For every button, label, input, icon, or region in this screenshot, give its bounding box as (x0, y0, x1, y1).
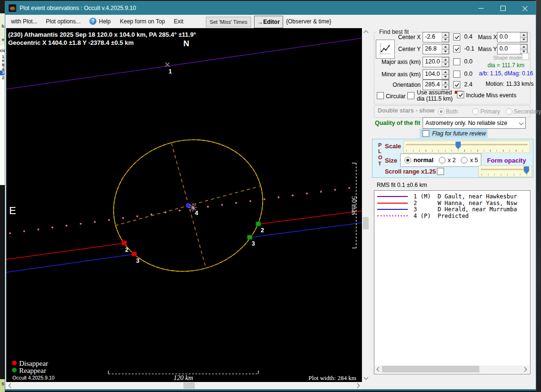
plot-horizontal-scrollbar[interactable] (6, 382, 362, 389)
spin-up[interactable] (520, 44, 527, 49)
menu-keep-on-top[interactable]: Keep form on Top (120, 18, 165, 25)
include-miss-events-checkbox[interactable] (457, 91, 464, 98)
center-y-label: Center Y (378, 46, 421, 52)
observer-list[interactable]: 1 (M) D Gault, near Hawkesbur 2 W Hanna,… (374, 190, 530, 374)
scroll-right-button[interactable] (354, 382, 362, 389)
motion-value: Motion: 11.33 km/s (486, 81, 534, 87)
combo-dropdown-button[interactable] (517, 121, 525, 125)
spin-down[interactable] (442, 62, 449, 67)
center-x-checkbox[interactable] (453, 33, 460, 41)
opacity-slider-thumb[interactable] (524, 166, 529, 174)
quality-combobox[interactable]: Astrometry only. No reliable size (423, 117, 526, 129)
title-bar[interactable]: Plot event observations : Occult v.4.202… (5, 1, 536, 15)
bg-strip-text: S (0, 382, 4, 386)
radio-secondary[interactable] (506, 108, 512, 115)
menu-exit[interactable]: Exit (174, 18, 183, 25)
radio-secondary-label: Secondary (514, 108, 541, 115)
minor-axis-spinner[interactable]: 104.0 (423, 69, 449, 80)
chord-2-disappear-marker[interactable] (122, 241, 127, 245)
orientation-label: Orientation (378, 82, 421, 88)
flag-review-checkbox[interactable] (423, 130, 429, 137)
use-assumed-dia-label: Use assumed (417, 89, 452, 96)
center-y-spinner[interactable]: 26.8 (423, 44, 449, 54)
list-item[interactable]: 3 D Herald, near Murrumba (374, 206, 530, 213)
major-axis-checkbox[interactable] (453, 58, 460, 65)
menu-plot-options[interactable]: Plot options... (46, 18, 81, 25)
spin-up[interactable] (442, 70, 449, 74)
spin-down[interactable] (442, 49, 449, 54)
menu-help[interactable]: Help (99, 18, 111, 25)
plot-width-label: Plot width: 284 km (308, 374, 356, 382)
mass-x-spinner[interactable]: 0.0 (497, 32, 528, 42)
occult-app-icon (9, 4, 16, 12)
plot-title-line1: (230) Athamantis 2025 Sep 18 120.0 x 104… (8, 31, 196, 38)
spin-down[interactable] (520, 37, 527, 42)
spin-up[interactable] (520, 32, 527, 37)
control-panel: Find best fit Center X -2.6 0.4 Center Y (370, 28, 536, 389)
hscroll-thumb[interactable] (183, 382, 195, 389)
ellipse-center-marker[interactable] (186, 204, 191, 208)
scroll-range-checkbox[interactable] (437, 168, 444, 175)
occultation-plot-canvas[interactable]: 1 2 2 (6, 28, 362, 382)
chevron-left-icon (9, 383, 13, 388)
center-y-checkbox[interactable] (453, 45, 460, 52)
menu-with-plot[interactable]: with Plot... (11, 18, 37, 25)
spin-up[interactable] (442, 80, 449, 85)
list-item[interactable]: 2 W Hanna, near Yass, Nsw (374, 200, 530, 206)
occult-plot-window: Plot event observations : Occult v.4.202… (5, 1, 536, 391)
scroll-up-button[interactable] (362, 28, 369, 36)
orientation-spinner[interactable]: 285.4 (423, 80, 449, 90)
observer-time-label[interactable]: {Observer & time} (286, 18, 331, 25)
close-button[interactable] (514, 1, 536, 15)
scroll-down-button[interactable] (362, 374, 369, 382)
form-opacity-slider[interactable] (478, 165, 532, 177)
minor-axis-checkbox[interactable] (453, 71, 460, 78)
set-miss-times-button[interactable]: Set 'Miss' Times (206, 17, 251, 27)
vscroll-thumb[interactable] (363, 217, 369, 229)
radio-primary[interactable] (472, 108, 479, 115)
chord-3-reappear-marker[interactable] (247, 235, 252, 239)
radio-both-label: Both (446, 108, 458, 115)
size-normal-radio[interactable] (404, 157, 411, 164)
scroll-left-button[interactable] (6, 382, 14, 389)
editor-button[interactable]: →Editor (254, 16, 283, 28)
size-x2-label: x 2 (448, 157, 456, 164)
chord-3-color-sample (377, 209, 408, 210)
center-x-label: Center X (378, 34, 421, 41)
radio-both[interactable] (438, 108, 445, 115)
size-x2-radio[interactable] (439, 157, 446, 164)
maximize-button[interactable] (492, 1, 514, 15)
size-x5-radio[interactable] (461, 157, 467, 164)
diameter-value: dia = 111.7 km (488, 62, 524, 69)
circular-checkbox[interactable] (377, 92, 384, 99)
spin-up[interactable] (442, 57, 449, 62)
plot-title-line2: Geocentric X 1404.0 ±1.8 Y -2378.4 ±0.5 … (8, 39, 134, 46)
spin-up[interactable] (442, 32, 449, 37)
orientation-checkbox[interactable] (453, 81, 460, 88)
scale-slider[interactable] (403, 141, 530, 153)
km-scale-label: 120 km (174, 374, 193, 382)
scale-slider-thumb[interactable] (456, 142, 461, 149)
minimize-button[interactable] (470, 1, 492, 15)
spin-up[interactable] (442, 44, 449, 49)
major-axis-spinner[interactable]: 120.0 (423, 57, 449, 67)
scroll-right-button[interactable] (521, 365, 529, 373)
scroll-left-button[interactable] (374, 365, 382, 373)
list-item[interactable]: 1 (M) D Gault, near Hawkesbur (374, 194, 530, 200)
chord-3-disappear-marker[interactable] (132, 252, 137, 256)
center-x-spinner[interactable]: -2.6 (423, 32, 449, 42)
chevron-right-icon (355, 383, 360, 388)
chord-2-reappear-marker[interactable] (256, 222, 261, 226)
spin-down[interactable] (442, 37, 449, 42)
list-horizontal-scrollbar[interactable] (374, 365, 529, 373)
plot-vertical-scrollbar[interactable] (362, 28, 369, 382)
shape-model-checkbox[interactable] (522, 53, 529, 60)
use-assumed-dia-checkbox[interactable] (407, 92, 414, 99)
chord-2-label-right: 2 (261, 227, 264, 234)
spin-down[interactable] (442, 74, 449, 79)
list-item[interactable]: 4 (P) Predicted (374, 213, 530, 219)
chevron-right-icon (522, 367, 527, 371)
help-icon[interactable]: ? (89, 18, 96, 25)
list-hscroll-thumb[interactable] (382, 366, 479, 372)
legend-disappear: Disappear (19, 360, 48, 367)
